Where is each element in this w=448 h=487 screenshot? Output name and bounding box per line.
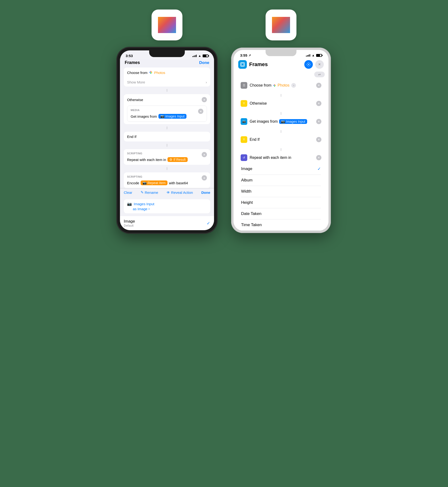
connector-dot-1-15: [281, 94, 281, 97]
type-item-height-ios15[interactable]: Height: [241, 197, 321, 208]
images-input-icon-ios14: 📷: [160, 114, 164, 118]
list-icon-ios15: ☰: [243, 84, 245, 87]
photos-label-ios14: Photos: [154, 71, 165, 75]
repeat-text-ios15: Repeat with each item in: [250, 156, 314, 160]
photos-arrow-btn-ios15[interactable]: ›: [291, 83, 296, 88]
type-item-image-ios14[interactable]: Image Default ✓: [124, 216, 210, 230]
content-area-ios15: ☰ Choose from: [233, 79, 328, 231]
ios14-section: 14 3:53 ▲: [117, 9, 217, 233]
notch-ios14: [149, 50, 185, 57]
action-list-ios14: Choose from: [120, 67, 214, 188]
phone-screen-ios14: 3:53 ▲: [120, 50, 214, 230]
time-ios15: 3:55: [240, 53, 247, 57]
phone-frame-ios15: 3:55 ↗ ▲: [231, 48, 331, 233]
connector-dot-3: [167, 144, 167, 147]
repeat-arrows-icon-ios15: ↺: [243, 156, 245, 159]
otherwise-x-btn-ios15[interactable]: ×: [316, 101, 321, 106]
type-width-label-ios15: Width: [241, 189, 251, 194]
otherwise-label-ios15: Otherwise: [250, 101, 267, 106]
connector-1-ios14: [124, 89, 210, 92]
type-datetaken-label-ios15: Date Taken: [241, 211, 262, 216]
clear-btn-ios14[interactable]: Clear: [124, 190, 132, 195]
reveal-btn-ios14[interactable]: 👁 Reveal Action: [167, 190, 193, 195]
navbar-ios14: Frames Done: [120, 59, 214, 67]
otherwise-x-btn-ios14[interactable]: ×: [202, 97, 207, 102]
encode-top-ios14: SCRIPTING ×: [127, 175, 207, 181]
time-ios14: 3:53: [126, 54, 133, 58]
media-category-ios14: MEDIA: [131, 109, 140, 112]
media-icon-ios15: 📷: [241, 118, 247, 125]
type-list-inner-ios15: Image ✓ Album Width Height: [237, 163, 325, 231]
branch-icon-ios15: Y: [243, 102, 245, 105]
type-item-image-content-ios14: Image Default: [124, 219, 135, 227]
choose-x-btn-ios15[interactable]: ×: [316, 83, 321, 88]
connector-3-ios14: [124, 143, 210, 147]
nav-title-ios14: Frames: [125, 60, 140, 65]
media-x-btn-ios15[interactable]: ×: [316, 119, 321, 124]
settings-btn-ios15[interactable]: [304, 60, 313, 69]
battery-icon-ios14: [203, 54, 208, 57]
action-choose-row-ios14: Choose from: [124, 67, 210, 78]
end-if-branch-icon-ios15: Y: [243, 138, 245, 141]
encode-x-btn-ios14[interactable]: ×: [202, 175, 207, 181]
svg-point-12: [274, 85, 275, 86]
variable-popup-ios14: 📷 Images Input as Image ›: [120, 196, 214, 216]
action-choose-content-ios14: Choose from: [127, 70, 165, 75]
ios15-version-number: 15: [272, 17, 290, 33]
wifi-icon-ios15: ▲: [312, 53, 315, 57]
encode-content-ios14: Encode 📷 Repeat Item with base64: [127, 181, 188, 185]
location-arrow-icon-ios15: ↗: [248, 54, 251, 57]
media-text-ios15: Get images from 📷 Images Input: [250, 119, 314, 124]
battery-fill-ios14: [203, 55, 206, 57]
type-item-album-ios15[interactable]: Album: [241, 175, 321, 186]
images-input-label-ios15: Images Input: [286, 120, 305, 124]
signal-bar-3: [195, 55, 195, 57]
action-repeat-ios15: ↺ Repeat with each item in ×: [237, 151, 325, 163]
connector-4-ios15: [237, 148, 325, 151]
svg-point-4: [150, 72, 151, 73]
var-as-row-ios14[interactable]: as Image ›: [127, 207, 207, 211]
repeat-row-ios14: SCRIPTING × Repeat with each item in ⚙ I…: [124, 149, 210, 165]
reveal-label-ios14: Reveal Action: [171, 190, 193, 195]
type-item-timetaken-ios15[interactable]: Time Taken: [241, 220, 321, 231]
repeat-item-tag-ios14[interactable]: 📷 Repeat Item: [141, 181, 168, 185]
repeat-x-btn-ios14[interactable]: ×: [202, 152, 207, 157]
done-btn-ios14[interactable]: Done: [201, 190, 210, 195]
type-list-ios15: Image ✓ Album Width Height: [233, 163, 328, 231]
show-more-ios14[interactable]: Show More ›: [124, 78, 210, 87]
page-container: 14 3:53 ▲: [10, 9, 438, 233]
connector-dot-3-15: [281, 130, 281, 133]
toggle-btn-ios15[interactable]: ⇌: [314, 72, 325, 77]
signal-bar-4: [196, 55, 197, 57]
if-result-tag-ios14[interactable]: ⚙ If Result: [168, 157, 187, 162]
type-album-label-ios15: Album: [241, 178, 253, 183]
connector-1-ios15: [237, 93, 325, 97]
type-item-width-ios15[interactable]: Width: [241, 186, 321, 197]
phone-frame-ios14: 3:53 ▲: [117, 48, 217, 233]
otherwise-row-ios14: Otherwise ×: [124, 94, 210, 105]
type-item-datetaken-ios15[interactable]: Date Taken: [241, 208, 321, 220]
ios15-icon: 15: [265, 9, 296, 41]
action-otherwise-ios15: Y Otherwise ×: [237, 97, 325, 110]
signal-bar-4-15: [310, 54, 310, 57]
encode-category-ios14: SCRIPTING: [127, 175, 142, 178]
signal-bar-2: [194, 56, 194, 57]
action-end-if-ios14: End If: [124, 132, 210, 141]
photos-label-ios15: Photos: [278, 83, 289, 88]
repeat-category-ios14: SCRIPTING: [127, 152, 142, 155]
connector-dot-2-15: [281, 112, 281, 115]
signal-bar-1: [192, 56, 193, 57]
rename-btn-ios14[interactable]: ✎ Rename: [141, 190, 158, 195]
connector-dot-4-15: [281, 148, 281, 151]
repeat-x-btn-ios15[interactable]: ×: [316, 155, 321, 160]
images-input-label-ios14: Images Input: [165, 114, 184, 118]
nav-done-ios14[interactable]: Done: [199, 60, 209, 65]
close-btn-ios15[interactable]: ×: [315, 60, 324, 69]
action-choose-ios15: ☰ Choose from: [237, 79, 325, 91]
type-item-image-ios15[interactable]: Image ✓: [241, 163, 321, 175]
media-x-btn-ios14[interactable]: ×: [198, 109, 203, 114]
images-input-tag-ios14[interactable]: 📷 Images Input: [159, 114, 186, 119]
end-if-x-btn-ios15[interactable]: ×: [316, 137, 321, 142]
photos-arrow-icon-ios15: ›: [293, 84, 294, 87]
images-input-tag-ios15[interactable]: 📷 Images Input: [279, 119, 307, 124]
